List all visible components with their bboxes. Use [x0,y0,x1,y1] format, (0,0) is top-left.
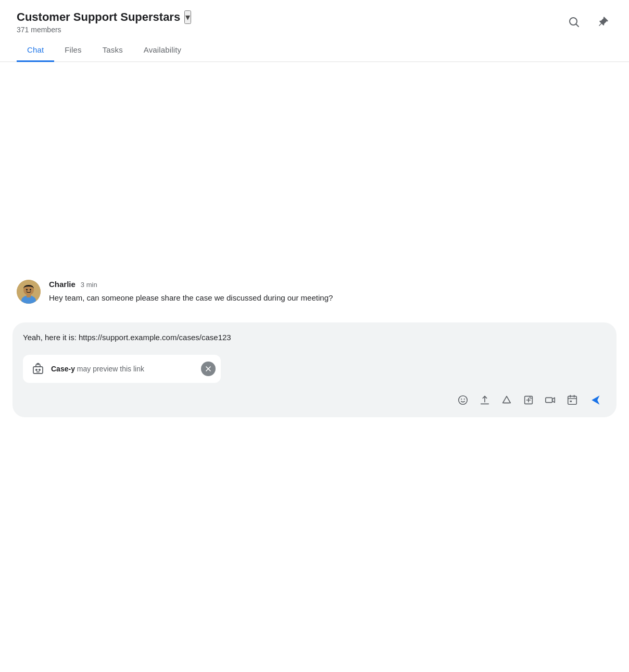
tab-files[interactable]: Files [54,40,92,62]
svg-rect-27 [570,401,572,402]
send-icon [589,393,603,407]
pin-button[interactable] [594,13,612,31]
upload-icon [479,394,490,406]
video-button[interactable] [540,390,560,410]
group-title: Customer Support Superstars [17,10,180,24]
pin-icon [597,16,609,28]
link-preview-text: Case-y may preview this link [51,365,144,373]
link-preview-close-button[interactable] [201,362,216,376]
link-preview-suffix: may preview this link [75,365,144,373]
svg-point-7 [30,289,31,290]
svg-rect-5 [27,294,31,297]
members-count: 371 members [17,26,191,34]
link-preview-card: Case-y may preview this link [23,355,221,383]
title-row: Customer Support Superstars ▾ [17,10,191,24]
message-header: Charlie 3 min [49,280,333,289]
svg-point-10 [39,369,40,370]
drive-button[interactable] [497,390,517,410]
svg-rect-23 [568,396,577,405]
svg-point-16 [461,399,462,400]
link-preview-name: Case-y [51,365,75,373]
send-button[interactable] [586,390,606,410]
meet-button[interactable] [562,390,582,410]
emoji-button[interactable] [453,390,473,410]
drive-icon [501,394,512,406]
chat-area: Charlie 3 min Hey team, can someone plea… [0,62,629,322]
note-button[interactable] [519,390,538,410]
link-preview-icon [30,361,46,377]
svg-point-9 [36,369,37,370]
svg-point-12 [37,364,39,365]
case-y-icon [32,363,44,375]
tab-availability[interactable]: Availability [133,40,192,62]
compose-input[interactable] [23,332,606,346]
close-icon [204,365,212,373]
tab-chat[interactable]: Chat [17,40,54,62]
svg-point-6 [26,289,28,290]
message-body: Charlie 3 min Hey team, can someone plea… [49,280,333,304]
avatar [17,280,41,304]
tab-tasks[interactable]: Tasks [92,40,133,62]
message-sender: Charlie [49,280,76,289]
video-icon [545,394,556,406]
search-icon [568,16,580,28]
header-actions [564,10,612,31]
message-text: Hey team, can someone please share the c… [49,292,333,304]
svg-point-17 [464,399,465,400]
message-time: 3 min [81,281,97,289]
search-button[interactable] [564,13,583,31]
header: Customer Support Superstars ▾ 371 member… [0,0,629,34]
svg-point-15 [459,396,468,405]
emoji-icon [457,394,469,406]
message-item: Charlie 3 min Hey team, can someone plea… [17,280,612,312]
note-icon [523,394,534,406]
avatar-image [17,280,41,304]
svg-rect-22 [546,397,552,402]
title-dropdown-button[interactable]: ▾ [184,10,191,24]
meet-icon [567,394,578,406]
chat-spacer [17,72,612,269]
header-left: Customer Support Superstars ▾ 371 member… [17,10,191,34]
svg-line-1 [576,24,579,27]
compose-toolbar [23,390,606,410]
upload-button[interactable] [475,390,495,410]
tabs-bar: Chat Files Tasks Availability [0,40,629,62]
svg-rect-8 [33,367,43,374]
compose-box: Case-y may preview this link [12,322,617,417]
